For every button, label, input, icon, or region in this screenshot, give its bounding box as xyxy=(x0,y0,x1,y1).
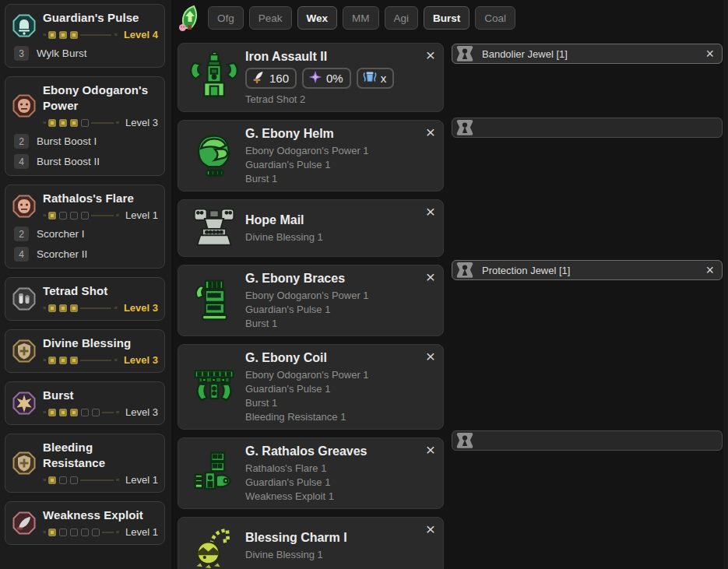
gauge-left-cap-icon: » xyxy=(43,409,46,416)
close-icon[interactable]: × xyxy=(426,441,435,458)
close-icon[interactable]: × xyxy=(426,203,435,220)
skill-name: Guardian's Pulse xyxy=(43,10,158,26)
gauge-square-filled xyxy=(70,409,78,416)
skill-name: Burst xyxy=(43,388,158,403)
decoration-slot[interactable]: Protection Jewel [1] × xyxy=(452,260,723,280)
gauge-square-filled xyxy=(48,409,56,416)
skill-level-label: Level 3 xyxy=(124,302,158,314)
equipment-card-armor[interactable]: G. Rathalos Greaves Rathalos's Flare 1Gu… xyxy=(178,437,444,509)
decoration-slot-icon xyxy=(455,432,475,449)
gauge-square-filled xyxy=(70,357,78,364)
upgrade-armor-icon[interactable] xyxy=(178,4,202,32)
filter-button-ofg[interactable]: Ofg xyxy=(208,6,244,30)
filter-button-agi[interactable]: Agi xyxy=(385,6,419,30)
burst-icon xyxy=(12,391,37,416)
equipment-name: G. Ebony Coil xyxy=(245,349,435,367)
skill-card[interactable]: Divine Blessing » « Level 3 xyxy=(5,329,165,373)
waist-icon xyxy=(186,364,242,410)
skill-level-gauge: » « xyxy=(43,31,118,39)
skill-card[interactable]: Tetrad Shot » « Level 3 xyxy=(5,277,165,321)
decoration-slot[interactable] xyxy=(452,430,723,451)
filter-button-mm[interactable]: MM xyxy=(343,6,379,30)
skill-name: Tetrad Shot xyxy=(43,283,158,299)
gauge-square-filled xyxy=(59,119,67,127)
skill-card[interactable]: Weakness Exploit » « Level 1 xyxy=(5,501,165,545)
skill-card[interactable]: Ebony Odogaron's Power » « Level 3 2 Bur… xyxy=(5,76,165,176)
skill-level-gauge: » « xyxy=(43,529,119,536)
equipment-skill: Ebony Odogaron's Power 1 xyxy=(245,368,435,382)
decoration-slot[interactable]: Bandolier Jewel [1] × xyxy=(452,44,723,64)
chest-icon xyxy=(186,205,242,251)
decoration-slot-icon xyxy=(455,119,475,136)
affinity-icon xyxy=(308,70,322,86)
equipment-card-armor[interactable]: G. Ebony Braces Ebony Odogaron's Power 1… xyxy=(178,265,444,336)
stat-value: 160 xyxy=(269,72,289,85)
skill-level-gauge: » « xyxy=(43,212,119,220)
equipment-card-armor[interactable]: G. Ebony Helm Ebony Odogaron's Power 1Gu… xyxy=(178,120,444,191)
equipment-name: G. Ebony Helm xyxy=(245,125,435,142)
subskill-row: 2 Burst Boost I xyxy=(12,134,158,149)
skill-name: Weakness Exploit xyxy=(43,508,158,523)
subskill-row: 2 Scorcher I xyxy=(12,227,158,241)
skill-card[interactable]: Guardian's Pulse » « Level 4 3 Wylk Burs… xyxy=(5,4,165,68)
filter-button-wex[interactable]: Wex xyxy=(297,6,338,30)
skill-level-gauge: » « xyxy=(43,357,118,364)
equipment-skill: Guardian's Pulse 1 xyxy=(245,303,435,317)
gauge-square-filled xyxy=(48,119,56,127)
guardians-pulse-icon xyxy=(12,13,37,38)
gauge-right-cap-icon: « xyxy=(114,357,117,364)
equipment-list: Iron Assault II 160 0% x Tetrad Shot 2 ×… xyxy=(178,43,444,569)
close-icon[interactable]: × xyxy=(426,124,435,141)
subskill-name: Scorcher II xyxy=(37,248,87,260)
equipment-skill: Ebony Odogaron's Power 1 xyxy=(245,144,435,158)
stat-badge: 0% xyxy=(302,68,351,89)
equipment-card-armor[interactable]: G. Ebony Coil Ebony Odogaron's Power 1Gu… xyxy=(178,344,444,430)
gunlance-icon xyxy=(186,51,242,104)
equipment-skill: Bleeding Resistance 1 xyxy=(245,410,435,424)
skill-card[interactable]: Rathalos's Flare » « Level 1 2 Scorcher … xyxy=(5,184,165,269)
skill-name: Ebony Odogaron's Power xyxy=(43,83,158,114)
decoration-list: Bandolier Jewel [1] × Protection Jewel [… xyxy=(452,0,723,569)
filter-button-peak[interactable]: Peak xyxy=(249,6,292,30)
gauge-square-filled xyxy=(59,357,67,364)
close-icon[interactable]: × xyxy=(426,348,435,365)
subskill-row: 4 Burst Boost II xyxy=(12,154,158,169)
gauge-left-cap-icon: » xyxy=(43,357,46,364)
close-icon[interactable]: × xyxy=(426,521,435,538)
close-icon[interactable]: × xyxy=(426,269,435,286)
gauge-right-cap-icon: « xyxy=(116,529,119,536)
gauge-right-cap-icon: « xyxy=(116,409,119,416)
bleeding-resistance-icon xyxy=(12,451,37,476)
equipment-card-charm[interactable]: Blessing Charm I Divine Blessing 1 × xyxy=(178,517,444,569)
close-icon[interactable]: × xyxy=(426,47,435,64)
gauge-right-cap-icon: « xyxy=(114,32,117,38)
close-icon[interactable]: × xyxy=(705,262,714,279)
equipment-card-weapon[interactable]: Iron Assault II 160 0% x Tetrad Shot 2 × xyxy=(178,43,444,112)
legs-icon xyxy=(186,450,242,497)
skill-card[interactable]: Burst » « Level 3 xyxy=(5,381,165,425)
gauge-square-filled xyxy=(70,31,78,39)
skill-header: Guardian's Pulse » « Level 4 xyxy=(12,10,158,40)
skill-card[interactable]: Bleeding Resistance » « Level 1 xyxy=(5,434,165,493)
skill-name: Bleeding Resistance xyxy=(43,440,158,471)
equipment-name: G. Rathalos Greaves xyxy=(245,443,435,460)
stat-value: x xyxy=(381,72,387,85)
skill-header: Ebony Odogaron's Power » « Level 3 xyxy=(12,83,158,128)
skills-sidebar: Guardian's Pulse » « Level 4 3 Wylk Burs… xyxy=(0,0,171,569)
equipment-skill: Divine Blessing 1 xyxy=(245,230,435,244)
gauge-square-filled xyxy=(59,31,67,39)
equipment-card-armor[interactable]: Hope Mail Divine Blessing 1 × xyxy=(178,199,444,257)
scrollbar[interactable] xyxy=(723,0,728,569)
skill-level-label: Level 3 xyxy=(125,406,158,418)
close-icon[interactable]: × xyxy=(705,46,714,62)
stat-badge: x xyxy=(357,68,395,89)
decoration-slot[interactable] xyxy=(452,118,723,138)
gauge-square-empty xyxy=(81,212,89,220)
equipment-skill: Burst 1 xyxy=(245,172,435,186)
subskill-name: Wylk Burst xyxy=(37,47,86,59)
arms-icon xyxy=(186,277,242,324)
gauge-right-cap-icon: « xyxy=(116,120,119,126)
gauge-square-empty xyxy=(59,476,67,484)
gauge-square-empty xyxy=(92,529,100,536)
gauge-square-filled xyxy=(59,304,67,312)
